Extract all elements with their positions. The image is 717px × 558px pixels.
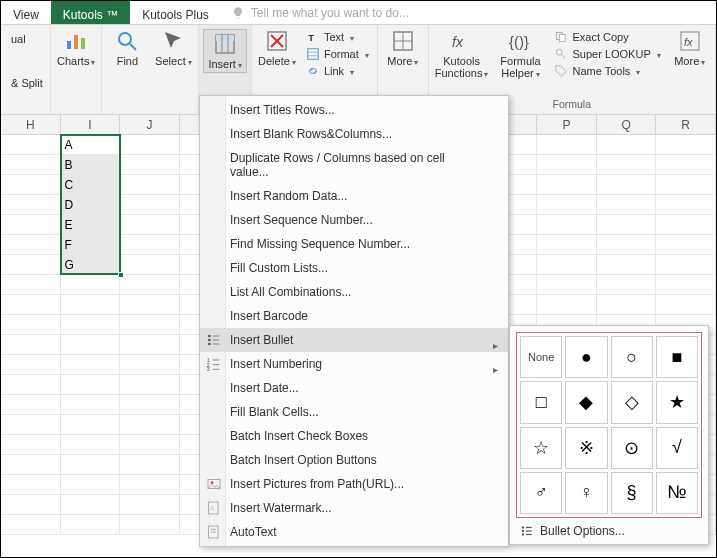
text-button[interactable]: TText <box>304 29 371 45</box>
selection-handle[interactable] <box>118 272 124 278</box>
col-i[interactable]: I <box>61 115 121 134</box>
cell[interactable] <box>1 335 61 355</box>
menu-item[interactable]: Insert Pictures from Path(URL)... <box>200 472 508 496</box>
col-r[interactable]: R <box>656 115 716 134</box>
bullet-filled-circle[interactable]: ● <box>565 336 607 378</box>
bullet-reference[interactable]: ※ <box>565 427 607 469</box>
cell[interactable] <box>597 215 657 235</box>
cell[interactable] <box>537 195 597 215</box>
cell[interactable] <box>1 155 61 175</box>
cell[interactable] <box>61 415 121 435</box>
cell[interactable] <box>1 515 61 535</box>
tab-kutools[interactable]: Kutools ™ <box>51 1 130 24</box>
select-button[interactable]: Select <box>154 29 192 67</box>
bullet-check[interactable]: √ <box>656 427 698 469</box>
cell[interactable] <box>120 255 180 275</box>
bullet-open-circle[interactable]: ○ <box>611 336 653 378</box>
cell[interactable] <box>61 355 121 375</box>
cell[interactable] <box>656 295 716 315</box>
cell[interactable] <box>656 155 716 175</box>
bullet-none[interactable]: None <box>520 336 562 378</box>
bullet-numero[interactable]: № <box>656 472 698 514</box>
tab-view[interactable]: View <box>1 1 51 24</box>
menu-item[interactable]: Insert Sequence Number... <box>200 208 508 232</box>
cell[interactable] <box>1 415 61 435</box>
cell[interactable] <box>61 515 121 535</box>
cell[interactable] <box>61 395 121 415</box>
cell[interactable] <box>1 135 61 155</box>
menu-item[interactable]: Find Missing Sequence Number... <box>200 232 508 256</box>
menu-item[interactable]: Insert Barcode <box>200 304 508 328</box>
cell[interactable] <box>120 335 180 355</box>
more2-button[interactable]: fx More <box>671 29 709 67</box>
cell[interactable] <box>1 255 61 275</box>
cell[interactable] <box>537 235 597 255</box>
cell[interactable] <box>656 255 716 275</box>
cell[interactable] <box>120 175 180 195</box>
menu-item[interactable]: Fill Blank Cells... <box>200 400 508 424</box>
bullet-filled-star[interactable]: ★ <box>656 381 698 423</box>
cell[interactable] <box>597 155 657 175</box>
insert-button[interactable]: Insert <box>203 29 247 73</box>
cell[interactable] <box>656 215 716 235</box>
col-h[interactable]: H <box>1 115 61 134</box>
cell[interactable] <box>120 475 180 495</box>
cell[interactable] <box>597 275 657 295</box>
charts-button[interactable]: Charts <box>57 29 95 67</box>
cell[interactable] <box>597 195 657 215</box>
cell[interactable] <box>61 375 121 395</box>
cell[interactable] <box>120 395 180 415</box>
cell[interactable] <box>656 275 716 295</box>
more-button[interactable]: More <box>384 29 422 67</box>
cell[interactable] <box>61 315 121 335</box>
cell[interactable] <box>1 355 61 375</box>
cell[interactable] <box>61 275 121 295</box>
cell[interactable] <box>537 215 597 235</box>
cell[interactable] <box>537 135 597 155</box>
menu-item[interactable]: Insert Blank Rows&Columns... <box>200 122 508 146</box>
cell[interactable] <box>120 295 180 315</box>
cell[interactable]: F <box>61 235 121 255</box>
menu-item[interactable]: Insert Bullet <box>200 328 508 352</box>
cell[interactable] <box>597 235 657 255</box>
cell[interactable] <box>597 135 657 155</box>
menu-item[interactable]: AutoText <box>200 520 508 544</box>
cell[interactable] <box>1 475 61 495</box>
cell[interactable]: E <box>61 215 121 235</box>
cell[interactable] <box>1 495 61 515</box>
cell[interactable] <box>597 295 657 315</box>
cell[interactable] <box>537 275 597 295</box>
cell[interactable] <box>120 195 180 215</box>
bullet-open-square[interactable]: □ <box>520 381 562 423</box>
tell-me-search[interactable]: Tell me what you want to do... <box>221 1 419 24</box>
cell[interactable] <box>61 455 121 475</box>
bullet-female[interactable]: ♀ <box>565 472 607 514</box>
cell[interactable] <box>1 315 61 335</box>
bullet-male[interactable]: ♂ <box>520 472 562 514</box>
cell[interactable] <box>1 395 61 415</box>
name-tools-button[interactable]: Name Tools <box>552 63 662 79</box>
cell[interactable] <box>61 475 121 495</box>
cell[interactable] <box>1 455 61 475</box>
cell[interactable] <box>656 135 716 155</box>
cell[interactable] <box>120 315 180 335</box>
cell[interactable] <box>537 255 597 275</box>
col-j[interactable]: J <box>120 115 180 134</box>
cell[interactable] <box>1 175 61 195</box>
cell[interactable] <box>1 195 61 215</box>
cell[interactable] <box>597 255 657 275</box>
cell[interactable] <box>61 335 121 355</box>
cell[interactable]: C <box>61 175 121 195</box>
col-p[interactable]: P <box>537 115 597 134</box>
cell[interactable] <box>61 295 121 315</box>
exact-copy-button[interactable]: Exact Copy <box>552 29 662 45</box>
cell[interactable] <box>120 435 180 455</box>
formula-helper-button[interactable]: {()} Formula Helper <box>496 29 544 80</box>
menu-item[interactable]: 123Insert Numbering <box>200 352 508 376</box>
cell[interactable] <box>120 275 180 295</box>
cell[interactable] <box>120 375 180 395</box>
cell[interactable] <box>1 215 61 235</box>
kutools-functions-button[interactable]: fx Kutools Functions <box>435 29 489 80</box>
bullet-filled-square[interactable]: ■ <box>656 336 698 378</box>
cell[interactable] <box>1 375 61 395</box>
